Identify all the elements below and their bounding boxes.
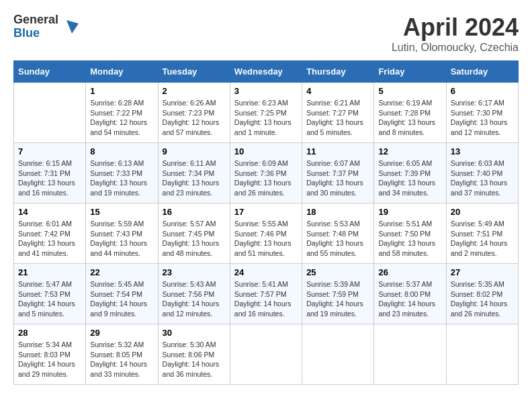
calendar-cell: 2Sunrise: 6:26 AM Sunset: 7:23 PM Daylig… (158, 83, 230, 143)
day-info: Sunrise: 6:26 AM Sunset: 7:23 PM Dayligh… (163, 98, 226, 138)
day-info: Sunrise: 6:11 AM Sunset: 7:34 PM Dayligh… (163, 158, 226, 198)
day-info: Sunrise: 6:21 AM Sunset: 7:27 PM Dayligh… (306, 98, 369, 138)
logo: General Blue (13, 13, 80, 40)
day-info: Sunrise: 5:49 AM Sunset: 7:51 PM Dayligh… (451, 219, 514, 259)
page-header: General Blue April 2024 Lutin, Olomoucky… (13, 13, 519, 54)
calendar-cell: 20Sunrise: 5:49 AM Sunset: 7:51 PM Dayli… (446, 203, 518, 264)
day-number: 14 (18, 207, 81, 217)
day-info: Sunrise: 6:01 AM Sunset: 7:42 PM Dayligh… (18, 219, 81, 259)
day-info: Sunrise: 5:35 AM Sunset: 8:02 PM Dayligh… (451, 279, 514, 319)
day-number: 13 (451, 146, 514, 156)
calendar-table: SundayMondayTuesdayWednesdayThursdayFrid… (13, 60, 519, 385)
calendar-cell (374, 324, 446, 385)
svg-marker-0 (66, 20, 79, 34)
calendar-cell: 8Sunrise: 6:13 AM Sunset: 7:33 PM Daylig… (86, 143, 158, 203)
calendar-cell: 25Sunrise: 5:39 AM Sunset: 7:59 PM Dayli… (302, 264, 374, 324)
calendar-cell: 13Sunrise: 6:03 AM Sunset: 7:40 PM Dayli… (446, 143, 518, 203)
day-number: 15 (90, 207, 153, 217)
day-header-monday: Monday (86, 61, 158, 83)
day-number: 25 (306, 267, 369, 277)
day-number: 7 (18, 146, 81, 156)
day-number: 16 (163, 207, 226, 217)
day-info: Sunrise: 5:37 AM Sunset: 8:00 PM Dayligh… (378, 279, 441, 319)
calendar-cell: 24Sunrise: 5:41 AM Sunset: 7:57 PM Dayli… (230, 264, 302, 324)
day-number: 10 (234, 146, 298, 156)
day-number: 9 (163, 146, 226, 156)
calendar-cell: 6Sunrise: 6:17 AM Sunset: 7:30 PM Daylig… (446, 83, 518, 143)
day-info: Sunrise: 5:41 AM Sunset: 7:57 PM Dayligh… (234, 279, 298, 319)
calendar-cell: 19Sunrise: 5:51 AM Sunset: 7:50 PM Dayli… (374, 203, 446, 264)
calendar-cell (14, 83, 86, 143)
day-number: 18 (306, 207, 369, 217)
day-number: 2 (163, 86, 226, 96)
calendar-cell: 11Sunrise: 6:07 AM Sunset: 7:37 PM Dayli… (302, 143, 374, 203)
day-number: 17 (234, 207, 298, 217)
calendar-cell: 18Sunrise: 5:53 AM Sunset: 7:48 PM Dayli… (302, 203, 374, 264)
day-info: Sunrise: 5:57 AM Sunset: 7:45 PM Dayligh… (163, 219, 226, 259)
calendar-cell: 5Sunrise: 6:19 AM Sunset: 7:28 PM Daylig… (374, 83, 446, 143)
day-info: Sunrise: 6:09 AM Sunset: 7:36 PM Dayligh… (234, 158, 298, 198)
day-info: Sunrise: 5:53 AM Sunset: 7:48 PM Dayligh… (306, 219, 369, 259)
week-row-5: 28Sunrise: 5:34 AM Sunset: 8:03 PM Dayli… (14, 324, 519, 385)
day-info: Sunrise: 6:15 AM Sunset: 7:31 PM Dayligh… (18, 158, 81, 198)
day-info: Sunrise: 5:39 AM Sunset: 7:59 PM Dayligh… (306, 279, 369, 319)
calendar-cell: 29Sunrise: 5:32 AM Sunset: 8:05 PM Dayli… (86, 324, 158, 385)
calendar-cell: 17Sunrise: 5:55 AM Sunset: 7:46 PM Dayli… (230, 203, 302, 264)
day-number: 4 (306, 86, 369, 96)
day-info: Sunrise: 6:03 AM Sunset: 7:40 PM Dayligh… (451, 158, 514, 198)
day-header-friday: Friday (374, 61, 446, 83)
day-header-tuesday: Tuesday (158, 61, 230, 83)
day-number: 22 (90, 267, 153, 277)
day-header-wednesday: Wednesday (230, 61, 302, 83)
calendar-cell (230, 324, 302, 385)
day-info: Sunrise: 5:55 AM Sunset: 7:46 PM Dayligh… (234, 219, 298, 259)
calendar-cell: 28Sunrise: 5:34 AM Sunset: 8:03 PM Dayli… (14, 324, 86, 385)
week-row-1: 1Sunrise: 6:28 AM Sunset: 7:22 PM Daylig… (14, 83, 519, 143)
calendar-cell: 12Sunrise: 6:05 AM Sunset: 7:39 PM Dayli… (374, 143, 446, 203)
calendar-cell: 4Sunrise: 6:21 AM Sunset: 7:27 PM Daylig… (302, 83, 374, 143)
location-subtitle: Lutin, Olomoucky, Czechia (392, 42, 519, 54)
day-info: Sunrise: 5:34 AM Sunset: 8:03 PM Dayligh… (18, 340, 81, 379)
day-info: Sunrise: 6:28 AM Sunset: 7:22 PM Dayligh… (90, 98, 153, 138)
day-info: Sunrise: 5:59 AM Sunset: 7:43 PM Dayligh… (90, 219, 153, 259)
calendar-cell: 9Sunrise: 6:11 AM Sunset: 7:34 PM Daylig… (158, 143, 230, 203)
days-header-row: SundayMondayTuesdayWednesdayThursdayFrid… (14, 61, 519, 83)
day-info: Sunrise: 6:17 AM Sunset: 7:30 PM Dayligh… (451, 98, 514, 138)
day-number: 27 (451, 267, 514, 277)
day-number: 8 (90, 146, 153, 156)
calendar-cell: 16Sunrise: 5:57 AM Sunset: 7:45 PM Dayli… (158, 203, 230, 264)
calendar-cell: 15Sunrise: 5:59 AM Sunset: 7:43 PM Dayli… (86, 203, 158, 264)
day-number: 23 (163, 267, 226, 277)
day-number: 1 (90, 86, 153, 96)
day-header-sunday: Sunday (14, 61, 86, 83)
day-header-saturday: Saturday (446, 61, 518, 83)
calendar-cell: 30Sunrise: 5:30 AM Sunset: 8:06 PM Dayli… (158, 324, 230, 385)
calendar-cell (446, 324, 518, 385)
title-section: April 2024 Lutin, Olomoucky, Czechia (392, 13, 519, 54)
day-number: 11 (306, 146, 369, 156)
day-number: 19 (378, 207, 441, 217)
day-number: 6 (451, 86, 514, 96)
day-number: 20 (451, 207, 514, 217)
day-number: 26 (378, 267, 441, 277)
day-number: 30 (163, 328, 226, 338)
logo-general-text: General (13, 13, 58, 27)
day-info: Sunrise: 6:05 AM Sunset: 7:39 PM Dayligh… (378, 158, 441, 198)
day-number: 29 (90, 328, 153, 338)
day-number: 5 (378, 86, 441, 96)
calendar-cell: 23Sunrise: 5:43 AM Sunset: 7:56 PM Dayli… (158, 264, 230, 324)
day-info: Sunrise: 5:45 AM Sunset: 7:54 PM Dayligh… (90, 279, 153, 319)
calendar-cell: 10Sunrise: 6:09 AM Sunset: 7:36 PM Dayli… (230, 143, 302, 203)
day-number: 12 (378, 146, 441, 156)
day-number: 24 (234, 267, 298, 277)
day-info: Sunrise: 5:47 AM Sunset: 7:53 PM Dayligh… (18, 279, 81, 319)
calendar-cell: 21Sunrise: 5:47 AM Sunset: 7:53 PM Dayli… (14, 264, 86, 324)
day-info: Sunrise: 5:51 AM Sunset: 7:50 PM Dayligh… (378, 219, 441, 259)
day-info: Sunrise: 6:13 AM Sunset: 7:33 PM Dayligh… (90, 158, 153, 198)
calendar-cell: 7Sunrise: 6:15 AM Sunset: 7:31 PM Daylig… (14, 143, 86, 203)
calendar-cell (302, 324, 374, 385)
week-row-2: 7Sunrise: 6:15 AM Sunset: 7:31 PM Daylig… (14, 143, 519, 203)
day-number: 3 (234, 86, 298, 96)
calendar-cell: 3Sunrise: 6:23 AM Sunset: 7:25 PM Daylig… (230, 83, 302, 143)
calendar-cell: 26Sunrise: 5:37 AM Sunset: 8:00 PM Dayli… (374, 264, 446, 324)
